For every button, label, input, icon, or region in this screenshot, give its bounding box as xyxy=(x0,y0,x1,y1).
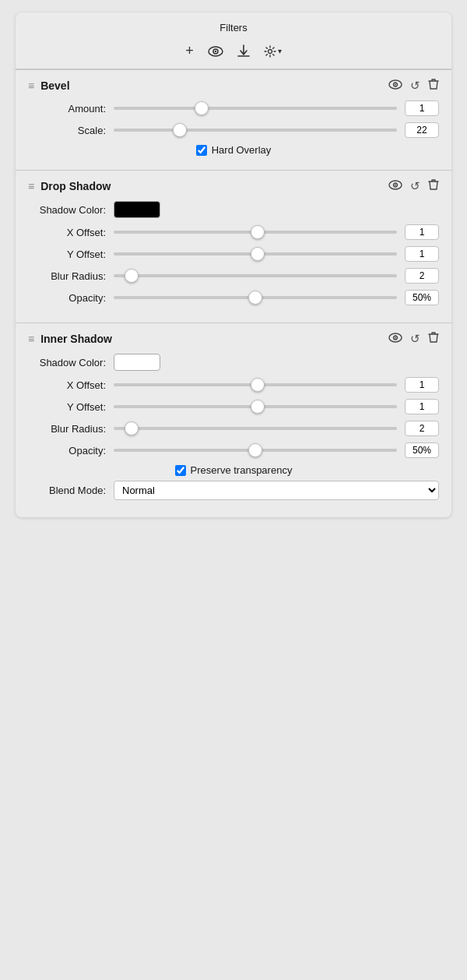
innershadow-color-row: Shadow Color: xyxy=(28,354,439,371)
bevel-title: Bevel xyxy=(40,79,69,92)
innershadow-yoffset-label: Y Offset: xyxy=(28,401,106,413)
innershadow-xoffset-label: X Offset: xyxy=(28,379,106,391)
bevel-scale-slider[interactable] xyxy=(114,129,397,132)
innershadow-yoffset-value[interactable] xyxy=(405,399,439,414)
dropshadow-yoffset-label: Y Offset: xyxy=(28,249,106,260)
innershadow-opacity-label: Opacity: xyxy=(28,445,106,457)
innershadow-xoffset-slider[interactable] xyxy=(114,383,397,386)
dropshadow-xoffset-label: X Offset: xyxy=(28,227,106,238)
bevel-amount-value[interactable] xyxy=(405,100,439,116)
innershadow-opacity-slider[interactable] xyxy=(114,449,397,452)
dropshadow-section: ≡ Drop Shadow ↺ xyxy=(16,170,451,323)
bevel-reset-button[interactable]: ↺ xyxy=(410,79,420,93)
dropshadow-yoffset-row: Y Offset: xyxy=(28,246,439,262)
dropshadow-yoffset-slider[interactable] xyxy=(114,252,397,256)
bevel-amount-slider[interactable] xyxy=(114,107,397,110)
innershadow-reset-button[interactable]: ↺ xyxy=(410,332,420,346)
dropshadow-drag-handle[interactable]: ≡ xyxy=(28,181,34,192)
bevel-drag-handle[interactable]: ≡ xyxy=(28,80,34,91)
innershadow-preserve-checkbox[interactable] xyxy=(175,465,186,476)
dropshadow-delete-button[interactable] xyxy=(428,178,439,193)
dropshadow-reset-button[interactable]: ↺ xyxy=(410,179,420,193)
view-toggle-button[interactable] xyxy=(208,46,223,57)
dropshadow-color-label: Shadow Color: xyxy=(28,204,106,216)
innershadow-xoffset-value[interactable] xyxy=(405,377,439,393)
innershadow-blur-row: Blur Radius: xyxy=(28,421,439,436)
dropshadow-title: Drop Shadow xyxy=(40,180,111,192)
import-button[interactable] xyxy=(237,44,250,58)
innershadow-yoffset-row: Y Offset: xyxy=(28,399,439,414)
innershadow-yoffset-slider[interactable] xyxy=(114,405,397,408)
dropshadow-yoffset-value[interactable] xyxy=(405,246,439,262)
dropshadow-blur-label: Blur Radius: xyxy=(28,270,106,282)
bevel-header: ≡ Bevel ↺ xyxy=(28,78,439,93)
add-filter-button[interactable]: + xyxy=(185,43,194,59)
innershadow-preserve-row: Preserve transparency xyxy=(28,464,439,476)
dropshadow-opacity-slider[interactable] xyxy=(114,296,397,299)
bevel-hardoverlay-checkbox[interactable] xyxy=(196,145,207,156)
dropshadow-blur-row: Blur Radius: xyxy=(28,268,439,284)
bevel-scale-row: Scale: xyxy=(28,122,439,138)
bevel-delete-button[interactable] xyxy=(428,78,439,93)
innershadow-blendmode-row: Blend Mode: Normal Multiply Screen Overl… xyxy=(28,481,439,500)
innershadow-visibility-button[interactable] xyxy=(388,332,402,345)
innershadow-preserve-label: Preserve transparency xyxy=(191,464,293,476)
innershadow-opacity-value[interactable] xyxy=(405,442,439,458)
innershadow-blur-slider[interactable] xyxy=(114,427,397,430)
dropshadow-xoffset-slider[interactable] xyxy=(114,231,397,234)
dropshadow-xoffset-value[interactable] xyxy=(405,224,439,240)
settings-button[interactable]: ▾ xyxy=(264,45,282,58)
bevel-amount-row: Amount: xyxy=(28,100,439,116)
innershadow-title: Inner Shadow xyxy=(40,333,112,345)
dropshadow-visibility-button[interactable] xyxy=(388,179,402,192)
innershadow-color-swatch[interactable] xyxy=(114,354,160,371)
innershadow-blur-label: Blur Radius: xyxy=(28,423,106,435)
dropshadow-color-swatch[interactable] xyxy=(114,201,160,218)
innershadow-opacity-row: Opacity: xyxy=(28,442,439,458)
dropshadow-opacity-label: Opacity: xyxy=(28,292,106,304)
dropshadow-opacity-value[interactable] xyxy=(405,290,439,305)
innershadow-header: ≡ Inner Shadow ↺ xyxy=(28,331,439,346)
bevel-section: ≡ Bevel ↺ Amou xyxy=(16,69,451,170)
bevel-visibility-button[interactable] xyxy=(388,79,402,92)
innershadow-blendmode-select[interactable]: Normal Multiply Screen Overlay Darken Li… xyxy=(114,481,439,500)
svg-point-3 xyxy=(268,49,272,53)
bevel-amount-label: Amount: xyxy=(28,103,106,115)
bevel-hardoverlay-row: Hard Overlay xyxy=(28,144,439,156)
svg-point-2 xyxy=(215,50,216,51)
dropshadow-blur-value[interactable] xyxy=(405,268,439,284)
innershadow-delete-button[interactable] xyxy=(428,331,439,346)
filters-panel: Filters + ▾ xyxy=(16,12,451,517)
innershadow-blur-value[interactable] xyxy=(405,421,439,436)
bevel-scale-value[interactable] xyxy=(405,122,439,138)
dropshadow-header: ≡ Drop Shadow ↺ xyxy=(28,178,439,193)
svg-point-12 xyxy=(395,337,396,339)
innershadow-section: ≡ Inner Shadow ↺ xyxy=(16,323,451,511)
bevel-hardoverlay-label: Hard Overlay xyxy=(212,144,272,156)
svg-point-9 xyxy=(395,185,396,186)
svg-point-6 xyxy=(395,84,396,86)
dropshadow-xoffset-row: X Offset: xyxy=(28,224,439,240)
bevel-scale-label: Scale: xyxy=(28,125,106,136)
innershadow-blendmode-label: Blend Mode: xyxy=(28,485,106,496)
innershadow-drag-handle[interactable]: ≡ xyxy=(28,333,34,344)
dropshadow-color-row: Shadow Color: xyxy=(28,201,439,218)
panel-title: Filters xyxy=(16,12,451,40)
dropshadow-opacity-row: Opacity: xyxy=(28,290,439,305)
innershadow-xoffset-row: X Offset: xyxy=(28,377,439,393)
toolbar: + ▾ xyxy=(16,40,451,69)
dropshadow-blur-slider[interactable] xyxy=(114,274,397,277)
innershadow-color-label: Shadow Color: xyxy=(28,357,106,368)
